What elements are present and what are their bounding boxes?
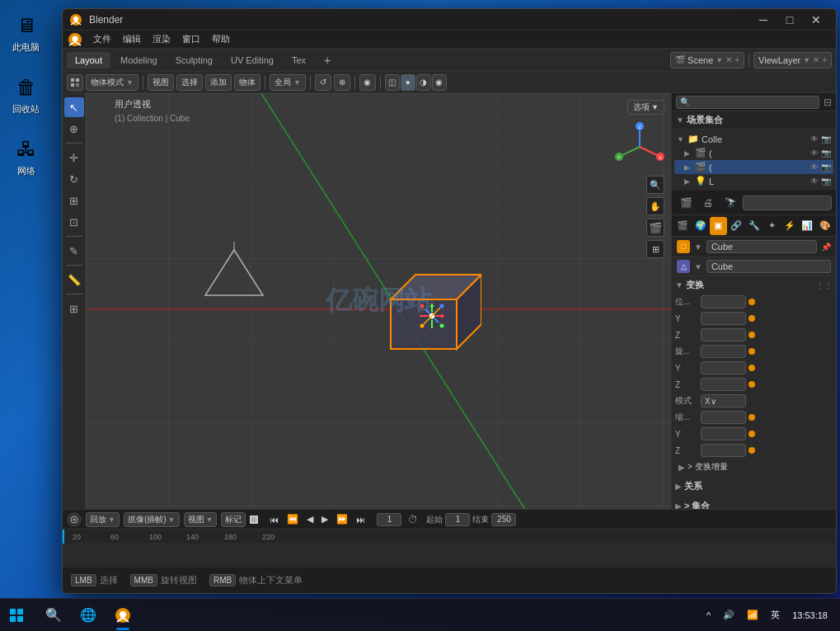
play-btn[interactable]: ▶ xyxy=(318,513,331,525)
annotate-btn[interactable]: ✎ xyxy=(64,241,84,261)
props-scene-btn[interactable]: 🎬 xyxy=(674,217,692,235)
props-data-name[interactable]: Cube xyxy=(706,260,831,273)
taskbar-blender[interactable] xyxy=(106,599,139,632)
taskbar-search[interactable]: 🔍 xyxy=(37,599,70,632)
keyframe-track[interactable] xyxy=(63,544,836,567)
outliner-item-3[interactable]: ▶ 💡 L 👁 📷 xyxy=(674,174,833,188)
timeline-icon-btn[interactable] xyxy=(67,512,82,527)
taskbar-lang[interactable]: 英 xyxy=(767,607,784,623)
keying-dropdown[interactable]: 抓像(插帧) ▼ xyxy=(124,512,180,527)
menu-file[interactable]: 文件 xyxy=(88,32,116,46)
props-object-btn[interactable]: ▣ xyxy=(710,217,727,235)
transform-header[interactable]: ▼ 变换 ⋮⋮ xyxy=(672,276,836,294)
props-output-btn[interactable]: 🖨 xyxy=(698,193,718,213)
props-world-btn[interactable]: 🌍 xyxy=(692,217,710,235)
proportional-edit-btn[interactable]: ◉ xyxy=(359,74,376,91)
render-icon-2[interactable]: 📷 xyxy=(821,162,831,172)
props-constraint-btn[interactable]: 🔗 xyxy=(728,217,745,235)
props-render-btn[interactable]: 🎬 xyxy=(676,193,696,213)
collection-header[interactable]: ▶ > 集合 xyxy=(672,497,836,509)
menu-render[interactable]: 渲染 xyxy=(148,32,176,46)
relations-header[interactable]: ▶ 关系 xyxy=(672,478,836,495)
maximize-button[interactable]: □ xyxy=(777,9,803,31)
add-menu[interactable]: 添加 xyxy=(205,74,232,91)
toolbar-icon-selector[interactable] xyxy=(67,74,83,91)
playback-dropdown[interactable]: 回放 ▼ xyxy=(86,512,120,527)
current-frame[interactable]: 1 xyxy=(377,513,401,526)
jump-end-btn[interactable]: ⏭ xyxy=(353,514,368,525)
fullscreen-toggle[interactable]: 全局 ▼ xyxy=(270,74,306,91)
end-frame[interactable]: 250 xyxy=(491,513,516,526)
snap-btn[interactable]: ⊕ xyxy=(334,74,350,91)
visibility-icon-3[interactable]: 👁 xyxy=(810,177,819,186)
visibility-icon-2[interactable]: 👁 xyxy=(810,162,819,172)
props-view-btn[interactable]: 🔭 xyxy=(720,193,740,213)
outliner-item-1[interactable]: ▶ 🎬 ( 👁 📷 xyxy=(674,146,833,160)
taskbar-clock[interactable]: 13:53:18 xyxy=(788,609,832,622)
select-menu[interactable]: 选择 xyxy=(176,74,203,91)
zoom-in-btn[interactable]: 🔍 xyxy=(646,176,664,194)
outliner-item-colle[interactable]: ▼ 📁 Colle 👁 📷 xyxy=(674,132,833,146)
props-material-btn[interactable]: 🎨 xyxy=(816,217,833,235)
tab-add[interactable]: + xyxy=(316,50,339,70)
menu-help[interactable]: 帮助 xyxy=(207,32,235,46)
view-dropdown[interactable]: 视图 ▼ xyxy=(184,512,218,527)
play-back-btn[interactable]: ◀ xyxy=(303,513,317,525)
select-tool-btn[interactable]: ↖ xyxy=(64,97,84,117)
properties-search[interactable] xyxy=(743,195,832,210)
taskbar-edge[interactable]: 🌐 xyxy=(72,599,105,632)
view-menu[interactable]: 视图 xyxy=(148,74,174,91)
props-object-name[interactable]: Cube xyxy=(706,240,817,253)
tab-tex[interactable]: Tex xyxy=(284,52,314,68)
viewport-options-btn[interactable]: 选项 ▼ xyxy=(627,100,664,115)
cursor-tool-btn[interactable]: ⊕ xyxy=(64,119,84,139)
pos-x-value[interactable] xyxy=(701,295,746,308)
mode-selector[interactable]: 物体模式 ▼ xyxy=(86,74,138,91)
jump-start-btn[interactable]: ⏮ xyxy=(266,514,282,525)
render-icon-1[interactable]: 📷 xyxy=(821,148,831,158)
move-tool-btn[interactable]: ✛ xyxy=(64,148,84,167)
material-btn[interactable]: ◑ xyxy=(416,74,431,91)
camera-view-btn[interactable]: 🎬 xyxy=(646,219,664,237)
rot-y-value[interactable] xyxy=(701,361,746,374)
props-modifier-btn[interactable]: 🔧 xyxy=(745,217,763,235)
prev-frame-btn[interactable]: ⏪ xyxy=(284,513,302,525)
props-particles-btn[interactable]: ✦ xyxy=(763,217,781,235)
wireframe-btn[interactable]: ◫ xyxy=(385,74,400,91)
pos-z-value[interactable] xyxy=(701,328,746,341)
scale-z-value[interactable] xyxy=(701,444,746,457)
next-frame-btn[interactable]: ⏩ xyxy=(333,513,351,525)
object-menu[interactable]: 物体 xyxy=(234,74,260,91)
taskbar-tray-icons[interactable]: ^ xyxy=(702,609,715,622)
tab-modeling[interactable]: Modeling xyxy=(112,52,166,68)
local-view-btn[interactable]: ⊞ xyxy=(646,240,664,258)
tab-uv-editing[interactable]: UV Editing xyxy=(223,52,282,68)
props-data-btn[interactable]: 📊 xyxy=(799,217,816,235)
render-icon-3[interactable]: 📷 xyxy=(821,177,831,186)
view-layer-selector[interactable]: ViewLayer ▼ ✕ + xyxy=(753,52,832,68)
close-button[interactable]: ✕ xyxy=(803,9,829,31)
outliner-item-2[interactable]: ▶ 🎬 ( 👁 📷 xyxy=(674,160,833,174)
taskbar-network[interactable]: 📶 xyxy=(743,608,763,622)
rotate-tool-btn[interactable]: ↻ xyxy=(64,169,84,189)
viewport-3d[interactable]: 用户透视 (1) Collection | Cube 选项 ▼ Z xyxy=(86,93,671,509)
add-object-btn[interactable]: ⊞ xyxy=(64,299,84,318)
measure-btn[interactable]: 📏 xyxy=(64,270,84,290)
visibility-icon[interactable]: 👁 xyxy=(810,134,819,144)
desktop-icon-network[interactable]: 🖧 网络 xyxy=(8,132,44,181)
transform-gizmo-btn[interactable]: ↺ xyxy=(315,74,331,91)
tab-sculpting[interactable]: Sculpting xyxy=(167,52,221,68)
taskbar-volume[interactable]: 🔊 xyxy=(719,608,739,622)
markers-dropdown[interactable]: 标记 xyxy=(221,512,246,527)
rot-x-value[interactable] xyxy=(701,345,746,358)
solid-btn[interactable]: ● xyxy=(401,74,415,91)
start-frame[interactable]: 1 xyxy=(445,513,470,526)
desktop-icon-computer[interactable]: 🖥 此电脑 xyxy=(8,8,44,58)
visibility-icon-1[interactable]: 👁 xyxy=(810,148,819,158)
outliner-filter-btn[interactable]: ⊟ xyxy=(824,97,832,108)
pos-y-value[interactable] xyxy=(701,312,746,325)
pan-btn[interactable]: ✋ xyxy=(646,197,664,215)
minimize-button[interactable]: ─ xyxy=(750,9,777,31)
menu-edit[interactable]: 编辑 xyxy=(118,32,146,46)
scale-x-value[interactable] xyxy=(701,411,746,424)
